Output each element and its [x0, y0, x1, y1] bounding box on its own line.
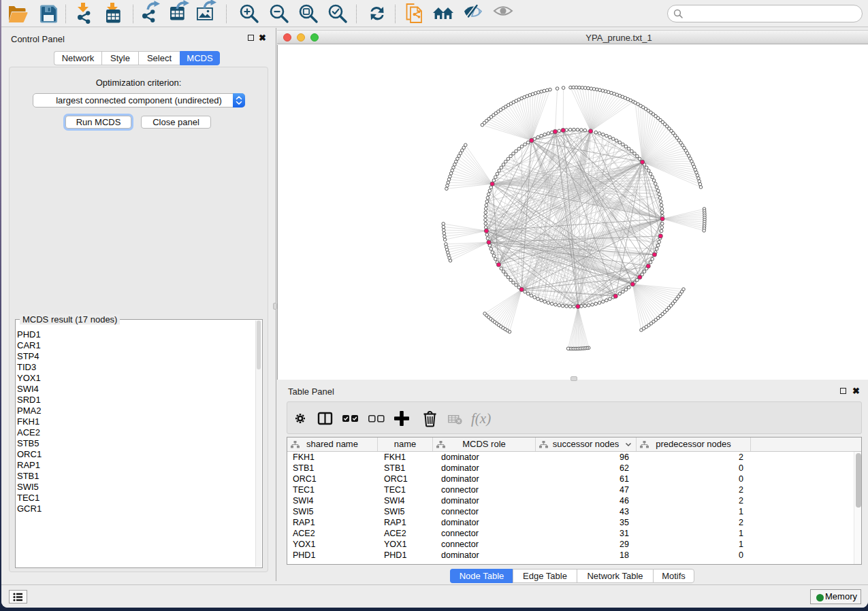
- svg-text:f(x): f(x): [471, 410, 491, 427]
